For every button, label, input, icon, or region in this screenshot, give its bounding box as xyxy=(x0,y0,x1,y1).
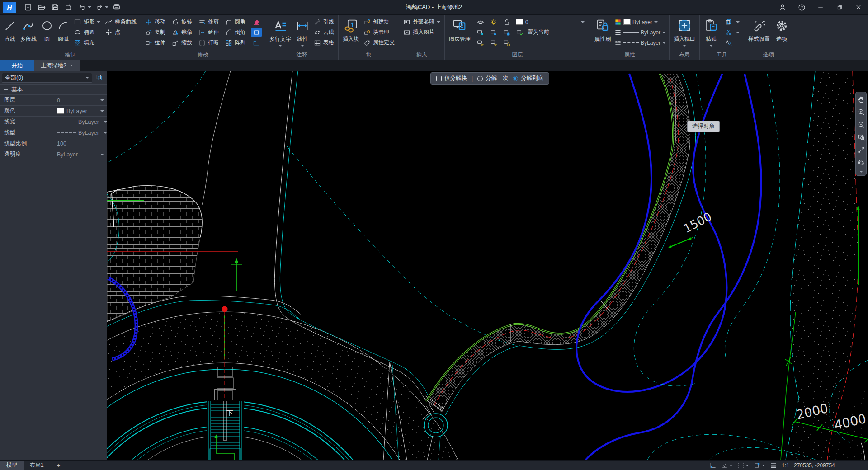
circular-plaza[interactable] xyxy=(107,312,482,460)
panel-settings-button[interactable] xyxy=(94,73,105,83)
stretch-button[interactable]: 拉伸 xyxy=(144,38,166,47)
mirror-button[interactable]: 镜像 xyxy=(171,28,193,37)
ellipse-button[interactable]: 椭圆 xyxy=(73,28,101,37)
erase-button[interactable] xyxy=(251,17,262,27)
layer-visibility-button[interactable] xyxy=(475,17,486,27)
help-button[interactable] xyxy=(792,0,811,14)
save-as-button[interactable] xyxy=(63,2,74,13)
array-button[interactable]: 阵列 xyxy=(224,38,246,47)
copy-clip-button[interactable] xyxy=(723,17,734,27)
add-layout-button[interactable]: + xyxy=(50,461,67,470)
pan-button[interactable] xyxy=(857,95,865,103)
print-button[interactable] xyxy=(111,2,122,13)
linear-dim-caret-icon[interactable] xyxy=(301,45,304,47)
save-button[interactable] xyxy=(50,2,61,13)
cut-clip-button[interactable] xyxy=(723,28,734,37)
viewport-caret-icon[interactable] xyxy=(683,45,686,47)
layout1-tab[interactable]: 布局1 xyxy=(24,461,50,470)
leader-button[interactable]: 引线 xyxy=(313,17,335,27)
prop-value-ltscale[interactable]: 100 xyxy=(53,138,107,149)
undo-button[interactable] xyxy=(77,2,88,13)
hatch-button[interactable]: 填充 xyxy=(73,38,101,47)
annotation-scale[interactable]: 1:1 xyxy=(782,462,789,469)
close-button[interactable] xyxy=(849,0,868,14)
zoom-extents-button[interactable] xyxy=(857,146,865,154)
chamfer-button[interactable]: 倒角 xyxy=(224,28,246,37)
selection-mode-button[interactable] xyxy=(251,28,262,37)
point-button[interactable]: 点 xyxy=(104,28,137,37)
tab-close-icon[interactable] xyxy=(69,62,74,69)
spline-button[interactable]: 样条曲线 xyxy=(104,17,137,27)
open-file-button[interactable] xyxy=(36,2,47,13)
maximize-button[interactable] xyxy=(830,0,849,14)
prop-value-lineweight[interactable]: ByLayer xyxy=(53,117,110,127)
ortho-toggle[interactable] xyxy=(709,462,717,469)
copy-clip-caret-icon[interactable] xyxy=(736,21,740,23)
layer-isolate-button[interactable] xyxy=(488,38,499,47)
explode-deep-radio[interactable]: 分解到底 xyxy=(513,75,543,82)
explode-only-block-checkbox[interactable]: 仅分解块 xyxy=(436,75,467,82)
lineweight-dropdown[interactable]: ByLayer xyxy=(614,28,666,37)
grid-snap-toggle[interactable] xyxy=(737,462,749,469)
match-properties-button[interactable]: 属性刷 xyxy=(594,17,612,52)
create-block-button[interactable]: 创建块 xyxy=(363,17,396,27)
polar-tracking-toggle[interactable] xyxy=(721,462,733,469)
layer-lock-fade-button[interactable] xyxy=(501,38,512,47)
redo-dropdown-caret-icon[interactable] xyxy=(105,6,108,8)
layer-walk-button[interactable] xyxy=(475,38,486,47)
paste-button[interactable]: 粘贴 xyxy=(703,17,719,52)
contour-dashed-center[interactable] xyxy=(287,146,519,346)
options-button[interactable]: 选项 xyxy=(774,17,790,52)
layer-off-button[interactable] xyxy=(475,28,486,37)
orbit-button[interactable] xyxy=(857,158,865,167)
layer-lock-button[interactable] xyxy=(501,28,512,37)
app-logo-icon[interactable]: H xyxy=(3,2,16,13)
fillet-button[interactable]: 圆角 xyxy=(224,17,246,27)
linear-dim-button[interactable]: 线性 xyxy=(295,17,310,52)
brick-hatch-area[interactable] xyxy=(107,186,202,322)
insert-image-button[interactable]: 插入图片 xyxy=(402,28,441,37)
tab-drawing[interactable]: 上海绿地2 xyxy=(34,60,80,71)
layer-manager-button[interactable]: 图层管理 xyxy=(448,17,472,52)
insert-viewport-button[interactable]: 插入视口 xyxy=(673,17,696,52)
layer-select-dropdown[interactable]: 0 xyxy=(514,17,586,27)
redo-button[interactable] xyxy=(94,2,105,13)
zoom-in-button[interactable] xyxy=(857,108,865,116)
layer-make-current-icon-button[interactable] xyxy=(514,28,525,37)
tab-start[interactable]: 开始 xyxy=(0,60,34,71)
insert-block-button[interactable]: 插入块 xyxy=(342,17,360,52)
zoom-out-button[interactable] xyxy=(857,120,865,129)
cut-clip-caret-icon[interactable] xyxy=(736,32,740,33)
circle-button[interactable]: 圆 xyxy=(40,17,54,52)
scale-button[interactable]: 缩放 xyxy=(171,38,193,47)
user-account-button[interactable] xyxy=(773,0,792,14)
paste-caret-icon[interactable] xyxy=(709,45,713,47)
selection-filter-dropdown[interactable]: 全部(0) xyxy=(2,73,92,83)
xref-caret-icon[interactable] xyxy=(437,21,440,23)
group-button[interactable] xyxy=(251,38,262,47)
drawing-canvas[interactable]: 下 1500 2000 4000 仅分解块 | 分解一次 分解到底 选择 xyxy=(107,71,868,460)
style-settings-button[interactable]: 样式设置 xyxy=(747,17,771,52)
move-button[interactable]: 移动 xyxy=(144,17,166,27)
mtext-caret-icon[interactable] xyxy=(278,45,282,47)
revcloud-button[interactable]: 云线 xyxy=(313,28,335,37)
lineweight-toggle[interactable] xyxy=(770,462,777,469)
layer-brightness-button[interactable] xyxy=(488,17,499,27)
rotate-button[interactable]: 旋转 xyxy=(171,17,193,27)
rectangle-button[interactable]: 矩形 xyxy=(73,17,101,27)
zoom-window-button[interactable] xyxy=(857,133,865,141)
table-button[interactable]: 表格 xyxy=(313,38,335,47)
orbit-caret-icon[interactable] xyxy=(859,171,863,173)
prop-value-color[interactable]: ByLayer xyxy=(53,106,107,116)
prop-value-transparency[interactable]: ByLayer xyxy=(53,149,107,160)
object-color-dropdown[interactable]: ByLayer xyxy=(614,17,666,27)
road-band[interactable] xyxy=(424,74,696,415)
copy-button[interactable]: 复制 xyxy=(144,28,166,37)
linetype-dropdown[interactable]: ByLayer xyxy=(614,38,666,47)
polyline-button[interactable]: 多段线 xyxy=(19,17,38,52)
xref-button[interactable]: 外部参照 xyxy=(402,17,441,27)
set-current-button[interactable]: 置为当前 xyxy=(528,28,549,36)
prop-value-layer[interactable]: 0 xyxy=(53,95,107,105)
find-button[interactable] xyxy=(723,38,734,47)
layer-freeze-button[interactable] xyxy=(488,28,499,37)
